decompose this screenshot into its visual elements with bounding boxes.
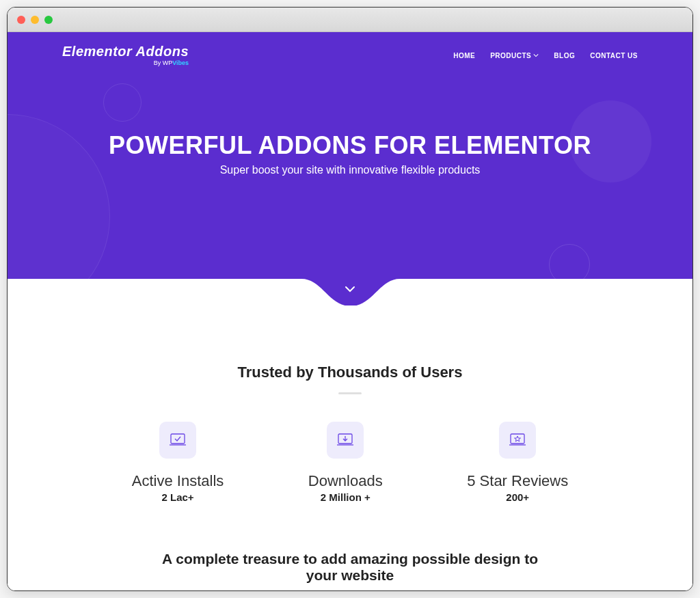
hero-title: POWERFUL ADDONS FOR ELEMENTOR [8, 131, 692, 160]
window-close-icon[interactable] [17, 16, 25, 24]
stat-value: 2 Million + [321, 491, 371, 503]
stat-title: Downloads [308, 472, 383, 490]
trusted-heading: Trusted by Thousands of Users [49, 364, 651, 381]
nav-home[interactable]: HOME [453, 52, 475, 59]
laptop-download-icon [327, 422, 364, 459]
browser-titlebar [8, 8, 692, 32]
site-logo[interactable]: Elementor Addons By WPVibes [62, 44, 189, 66]
nav-products[interactable]: PRODUCTS [490, 52, 539, 59]
stat-title: Active Installs [132, 472, 224, 490]
window-minimize-icon[interactable] [31, 16, 39, 24]
decor-circle [103, 83, 142, 122]
hero-section: Elementor Addons By WPVibes HOME PRODUCT… [8, 32, 692, 305]
laptop-star-icon [499, 422, 536, 459]
chevron-down-icon [533, 53, 539, 58]
chevron-down-icon [343, 282, 357, 296]
divider [338, 392, 362, 394]
stats-row: Active Installs 2 Lac+ Downloads 2 Milli… [49, 422, 651, 503]
stat-value: 2 Lac+ [161, 491, 193, 503]
logo-sub-text: By WPVibes [154, 59, 189, 66]
svg-rect-0 [171, 434, 185, 444]
hero-content: POWERFUL ADDONS FOR ELEMENTOR Super boos… [8, 131, 692, 176]
nav-contact[interactable]: CONTACT US [590, 52, 638, 59]
laptop-check-icon [159, 422, 196, 459]
top-nav: Elementor Addons By WPVibes HOME PRODUCT… [8, 32, 692, 66]
stat-active-installs: Active Installs 2 Lac+ [132, 422, 224, 503]
stat-downloads: Downloads 2 Million + [308, 422, 383, 503]
stat-reviews: 5 Star Reviews 200+ [467, 422, 568, 503]
scroll-down-button[interactable] [343, 282, 357, 299]
page-viewport: Elementor Addons By WPVibes HOME PRODUCT… [8, 32, 692, 590]
stat-title: 5 Star Reviews [467, 472, 568, 490]
nav-links: HOME PRODUCTS BLOG CONTACT US [453, 52, 638, 59]
hero-subtitle: Super boost your site with innovative fl… [8, 164, 692, 176]
window-maximize-icon[interactable] [44, 16, 53, 24]
tagline: A complete treasure to add amazing possi… [145, 551, 555, 584]
stat-value: 200+ [506, 491, 529, 503]
stats-section: Trusted by Thousands of Users Active Ins… [8, 305, 692, 590]
logo-main-text: Elementor Addons [62, 44, 189, 58]
nav-blog[interactable]: BLOG [554, 52, 575, 59]
browser-frame: Elementor Addons By WPVibes HOME PRODUCT… [7, 7, 693, 591]
